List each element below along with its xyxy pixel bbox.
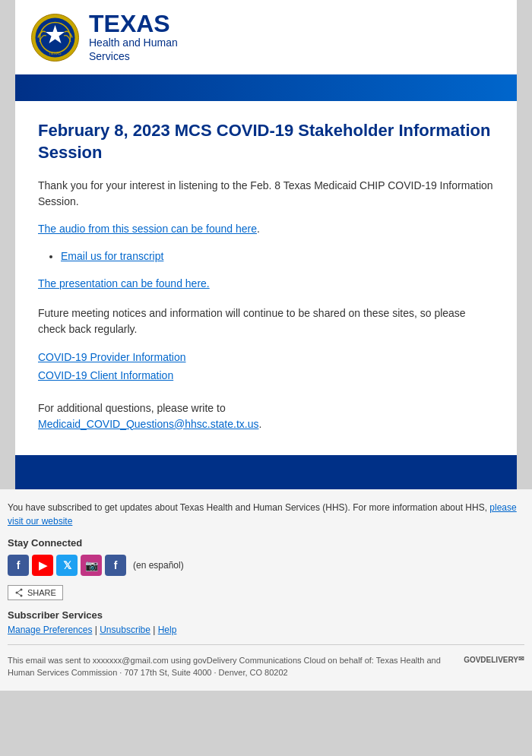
stay-connected-label: Stay Connected (8, 537, 524, 549)
future-text: Future meeting notices and information w… (38, 305, 494, 337)
help-link[interactable]: Help (158, 625, 177, 635)
presentation-line: The presentation can be found here. (38, 276, 494, 292)
bullet-list: Email us for transcript (61, 248, 494, 264)
facebook2-icon[interactable]: f (105, 555, 126, 576)
email-container: TEXAS TEXAS Health and Human Services Fe… (15, 0, 517, 489)
hhs-subtitle: Health and Human Services (89, 36, 178, 63)
medicaid-email-link[interactable]: Medicaid_COVID_Questions@hhsc.state.tx.u… (38, 418, 258, 430)
email-wrapper: TEXAS TEXAS Health and Human Services Fe… (0, 0, 532, 691)
logo-text: TEXAS Health and Human Services (89, 11, 178, 63)
covid-links: COVID-19 Provider Information COVID-19 C… (38, 351, 494, 381)
email-transcript-link[interactable]: Email us for transcript (61, 250, 163, 262)
svg-line-9 (17, 593, 21, 596)
page-title: February 8, 2023 MCS COVID-19 Stakeholde… (38, 120, 494, 163)
en-espanol-label: (en español) (133, 560, 184, 571)
svg-text:TEXAS: TEXAS (49, 51, 62, 55)
footer-blue-banner (15, 455, 517, 489)
manage-preferences-link[interactable]: Manage Preferences (8, 625, 92, 635)
facebook-icon[interactable]: f (8, 555, 29, 576)
audio-link[interactable]: The audio from this session can be found… (38, 223, 257, 235)
twitter-icon[interactable]: 𝕏 (56, 555, 78, 576)
share-button[interactable]: SHARE (8, 585, 63, 600)
main-content: February 8, 2023 MCS COVID-19 Stakeholde… (15, 101, 517, 454)
govdelivery-logo: GOVDELIVERY ✉ (464, 654, 524, 666)
instagram-icon[interactable]: 📷 (81, 555, 102, 576)
covid-provider-link[interactable]: COVID-19 Provider Information (38, 351, 494, 363)
bullet-item-email: Email us for transcript (61, 248, 494, 264)
footer-legal: This email was sent to xxxxxxx@gmail.com… (8, 654, 524, 679)
unsubscribe-link[interactable]: Unsubscribe (100, 625, 150, 635)
texas-seal-icon: TEXAS (30, 13, 80, 62)
email-header: TEXAS TEXAS Health and Human Services (15, 0, 517, 74)
intro-text: Thank you for your interest in listening… (38, 178, 494, 210)
presentation-link[interactable]: The presentation can be found here. (38, 276, 494, 292)
texas-name: TEXAS (89, 11, 178, 36)
subscription-text: You have subscribed to get updates about… (8, 501, 524, 528)
footer-divider (8, 644, 524, 645)
svg-line-8 (17, 590, 21, 593)
bottom-section: You have subscribed to get updates about… (0, 489, 532, 691)
share-icon (14, 588, 24, 597)
additional-questions: For additional questions, please write t… (38, 400, 494, 432)
footer-legal-text: This email was sent to xxxxxxx@gmail.com… (8, 654, 464, 679)
subscriber-links: Manage Preferences | Unsubscribe | Help (8, 625, 524, 635)
subscriber-services-title: Subscriber Services (8, 609, 524, 621)
audio-link-line: The audio from this session can be found… (38, 221, 494, 237)
social-icons-row: f ▶ 𝕏 📷 f (en español) (8, 555, 524, 576)
covid-client-link[interactable]: COVID-19 Client Information (38, 369, 494, 381)
youtube-icon[interactable]: ▶ (32, 555, 53, 576)
header-blue-banner (15, 74, 517, 101)
